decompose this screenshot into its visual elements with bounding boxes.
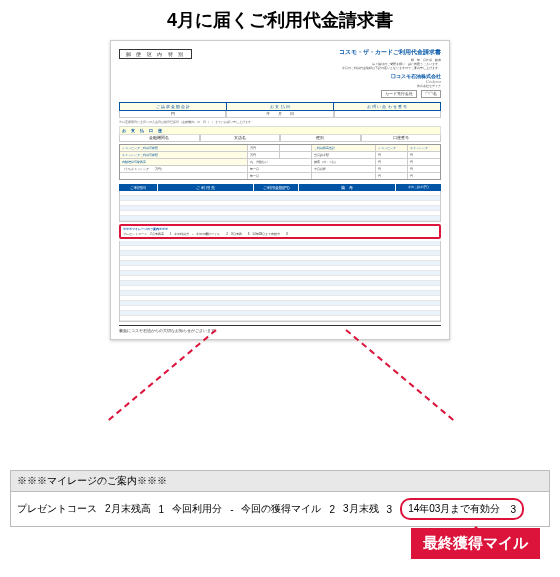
transfer-note: ※口座振替日に土日への入金日は前日営業日（金融機関）の 日（ ）までにお願い申し… xyxy=(119,120,441,124)
z-dash: - xyxy=(230,504,233,515)
hdr-paydate: お 支 払 日 xyxy=(227,102,334,111)
lim-h1: ご利用残高合計 xyxy=(312,145,376,151)
lim-r5: 年ー月 xyxy=(248,173,312,179)
bank-a: 金融機関名 xyxy=(119,135,200,142)
z-c1: プレゼントコース xyxy=(17,502,97,516)
uh-e: 今回ご請求(円) xyxy=(396,184,441,191)
bank-b: 支店名 xyxy=(200,135,281,142)
zoom-lines xyxy=(0,330,560,470)
z-c4: 今回の獲得マイル xyxy=(241,502,321,516)
val-inq xyxy=(334,111,441,118)
addr: 株式会社セディナ xyxy=(198,84,441,88)
lim-h3: キャッシング xyxy=(408,145,440,151)
bank-d: 口座番号 xyxy=(361,135,442,142)
v: 円 xyxy=(408,152,440,158)
bank-c: 種別 xyxy=(280,135,361,142)
hdr-total: ご 請 求 金 額 合 計 xyxy=(119,102,227,111)
card-issuer-label: カード発行会社 xyxy=(381,90,417,98)
val-ymd: 年 月 日 xyxy=(226,111,333,118)
member-box: 〇〇名 xyxy=(421,90,441,98)
dash-left xyxy=(108,329,217,421)
lim-r4: 年ー月 xyxy=(248,166,312,172)
z-v6: 3 xyxy=(510,504,516,515)
z-v4: 2 xyxy=(329,504,335,515)
hdr-inquiry: お 問 い 合 わ せ 番 号 xyxy=(334,102,441,111)
limits-block: ショッピングご利用可能額 万円 ご利用残高合計 ショッピング キャッシング キャ… xyxy=(119,144,441,180)
bank-label: お 支 払 口 座 xyxy=(119,126,441,135)
lim-r3: 翌月以降 xyxy=(312,166,376,172)
mileage-highlight: ※※※マイレージのご案内※※※ プレゼントコース 2月末残高 1 今回利用分 -… xyxy=(119,224,441,240)
lim-total: 内、分割払い xyxy=(248,159,312,165)
z-c6: 14年03月まで有効分 xyxy=(408,502,500,516)
dash-right xyxy=(345,329,454,421)
z-c2: 2月末残高 xyxy=(105,502,151,516)
expiry-pill: 14年03月まで有効分 3 xyxy=(400,498,524,520)
lim-r2: 据置（ボ・ス払） xyxy=(312,159,376,165)
lim-sk: キャッシングご利用可能額 xyxy=(120,152,248,158)
z-v2: 1 xyxy=(159,504,165,515)
v: 円 xyxy=(376,152,408,158)
lim-r1: 当月請求額 xyxy=(312,152,376,158)
back-note: 裏面にコスモ石油からの大切なお知らせがございます。 xyxy=(119,325,441,333)
statement-title: コスモ・ザ・カードご利用代金請求書 xyxy=(198,49,441,56)
z-c5: 3月末残 xyxy=(343,502,379,516)
usage-rows-2 xyxy=(119,241,441,322)
z-v5: 3 xyxy=(387,504,393,515)
fine-3: 今月のご利用代金明細は下記の通りとなりますのでご案内申し上げます。 xyxy=(198,66,441,70)
hl-row: プレゼントコース 2月末残高 1 今回利用分 - 今回の獲得マイル 2 3月末残… xyxy=(123,232,437,237)
postal-label: 郵 便 区 内 特 別 xyxy=(119,49,192,59)
z-c3: 今回利用分 xyxy=(172,502,222,516)
zoom-head: ※※※マイレージのご案内※※※ xyxy=(10,470,550,492)
usage-rows-1 xyxy=(119,191,441,222)
uh-a: ご利用日 xyxy=(119,184,158,191)
usage-header: ご利用日 ご 利 用 先 ご利用金額(円) 備 考 今回ご請求(円) xyxy=(119,184,441,191)
statement-sheet: 郵 便 区 内 特 別 コスモ・ザ・カードご利用代金請求書 様 年 月作成 帳票… xyxy=(110,40,450,340)
final-miles-tag: 最終獲得マイル xyxy=(411,528,540,559)
uh-d: 備 考 xyxy=(299,184,396,191)
summary-values: 円 年 月 日 xyxy=(119,111,441,118)
uh-b: ご 利 用 先 xyxy=(158,184,255,191)
uh-c: ご利用金額(円) xyxy=(254,184,299,191)
lim-auto: 自動増枠可能残高 xyxy=(120,159,248,165)
page-heading: 4月に届くご利用代金請求書 xyxy=(0,0,560,40)
bank-subhead: 金融機関名 支店名 種別 口座番号 xyxy=(119,135,441,142)
val-yen: 円 xyxy=(119,111,226,118)
summary-header: ご 請 求 金 額 合 計 お 支 払 日 お 問 い 合 わ せ 番 号 xyxy=(119,102,441,111)
lim-cash: （うちキャッシング 万円） xyxy=(120,166,248,172)
lim-h2: ショッピング xyxy=(376,145,408,151)
lim-sh: ショッピングご利用可能額 xyxy=(120,145,248,151)
lim-shv: 万円 xyxy=(248,145,280,151)
lim-skv: 万円 xyxy=(248,152,280,158)
